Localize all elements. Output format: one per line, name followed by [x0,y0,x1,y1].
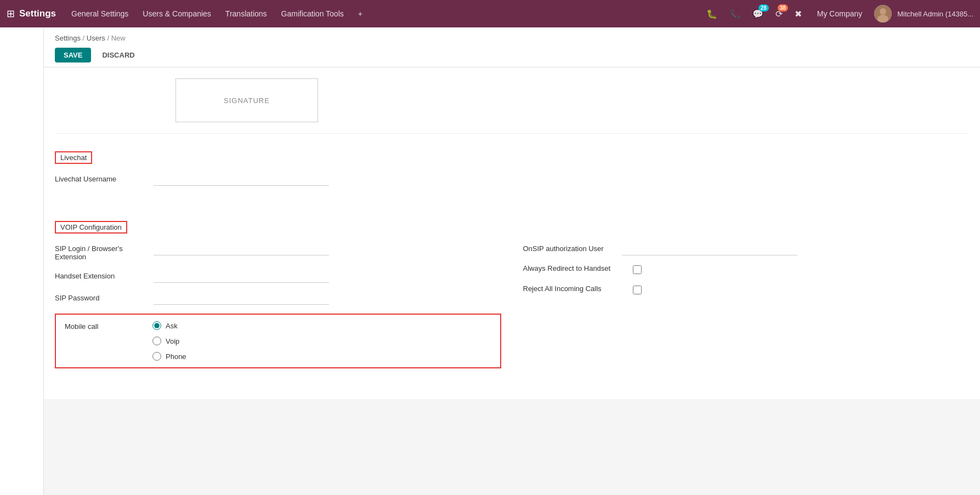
reject-calls-label: Reject All Incoming Calls [523,285,633,293]
nav-right: 🐛 📞 💬 28 ⟳ 38 ✖ My Company Mitchell Admi… [703,5,973,22]
sip-password-row: SIP Password [55,292,501,305]
voip-col-left: SIP Login / Browser's Extension Handset … [55,242,501,368]
handset-row: Handset Extension [55,270,501,283]
nav-menu: General Settings Users & Companies Trans… [65,6,700,21]
always-redirect-row: Always Redirect to Handset [523,264,970,276]
breadcrumb-sep2: / [107,34,111,42]
grid-icon: ⊞ [7,8,15,20]
reject-calls-checkbox[interactable] [633,286,642,294]
form-area: SIGNATURE Livechat Livechat Username VOI… [44,67,980,399]
phone-icon-btn[interactable]: 📞 [726,7,744,21]
radio-phone[interactable]: Phone [152,352,186,361]
always-redirect-label: Always Redirect to Handset [523,264,633,272]
radio-ask[interactable]: Ask [152,321,186,330]
voip-col-right: OnSIP authorization User Always Redirect… [523,242,970,368]
save-button[interactable]: SAVE [55,48,91,62]
livechat-username-label: Livechat Username [55,173,154,183]
clock-icon-btn[interactable]: ⟳ 38 [772,7,786,21]
action-buttons: SAVE DISCARD [55,48,969,62]
signature-section: SIGNATURE [55,67,969,134]
livechat-username-input[interactable] [154,173,329,186]
voip-section: VOIP Configuration SIP Login / Browser's… [55,208,969,377]
breadcrumb-sep1: / [83,34,87,42]
content-area: Settings / Users / New SAVE DISCARD SIGN… [44,27,980,495]
nav-general-settings[interactable]: General Settings [65,6,135,21]
user-name: Mitchell Admin (14385... [897,10,973,18]
mobile-call-label: Mobile call [65,321,152,331]
handset-label: Handset Extension [55,270,154,280]
sip-login-input[interactable] [154,242,329,255]
mobile-call-section: Mobile call Ask Voip [55,314,501,368]
tools-icon-btn[interactable]: ✖ [791,7,805,21]
radio-ask-input[interactable] [152,321,161,330]
page-layout: Settings / Users / New SAVE DISCARD SIGN… [0,27,980,495]
breadcrumb-settings[interactable]: Settings [55,34,81,42]
chat-badge: 28 [758,4,769,12]
avatar[interactable] [874,5,892,22]
nav-translations[interactable]: Translations [219,6,274,21]
avatar-image [874,5,892,22]
sip-password-label: SIP Password [55,292,154,302]
radio-voip-label: Voip [166,337,179,345]
radio-voip-input[interactable] [152,337,161,345]
company-name[interactable]: My Company [811,6,869,21]
livechat-username-input-wrapper [154,173,329,186]
top-navigation: ⊞ Settings General Settings Users & Comp… [0,0,980,27]
sip-password-input[interactable] [154,292,329,305]
sip-login-row: SIP Login / Browser's Extension [55,242,501,261]
livechat-section: Livechat Livechat Username [55,138,969,203]
app-name: Settings [19,8,56,19]
clock-badge: 38 [778,4,788,12]
bug-icon-btn[interactable]: 🐛 [703,7,721,21]
breadcrumb-users[interactable]: Users [87,34,105,42]
breadcrumb-new: New [111,34,126,42]
reject-calls-row: Reject All Incoming Calls [523,285,970,296]
breadcrumb: Settings / Users / New [55,34,969,42]
radio-voip[interactable]: Voip [152,337,186,345]
discard-button[interactable]: DISCARD [95,48,141,62]
mobile-call-radio-group: Ask Voip Phone [152,321,186,361]
sip-password-input-wrapper [154,292,329,305]
radio-phone-label: Phone [166,352,186,361]
voip-grid: SIP Login / Browser's Extension Handset … [55,242,969,368]
reject-calls-input-wrapper [633,285,970,296]
sidebar [0,27,44,495]
radio-ask-label: Ask [166,322,178,330]
always-redirect-checkbox[interactable] [633,265,642,274]
always-redirect-input-wrapper [633,264,970,276]
nav-gamification[interactable]: Gamification Tools [275,6,350,21]
onsip-input-wrapper [622,242,797,255]
radio-phone-input[interactable] [152,352,161,361]
handset-input-wrapper [154,270,329,283]
nav-users-companies[interactable]: Users & Companies [136,6,218,21]
svg-point-1 [880,8,886,15]
livechat-username-row: Livechat Username [55,173,969,186]
nav-plus[interactable]: + [352,6,369,21]
action-bar: Settings / Users / New SAVE DISCARD [44,27,980,67]
signature-label: SIGNATURE [224,96,270,105]
app-logo[interactable]: ⊞ Settings [7,8,56,20]
onsip-row: OnSIP authorization User [523,242,970,255]
signature-label-col [55,78,175,122]
voip-section-header: VOIP Configuration [55,221,127,234]
sip-login-label: SIP Login / Browser's Extension [55,242,154,261]
onsip-input[interactable] [622,242,797,255]
chat-icon-btn[interactable]: 💬 28 [749,7,767,21]
sip-login-input-wrapper [154,242,329,255]
signature-box: SIGNATURE [175,78,318,122]
livechat-section-header: Livechat [55,151,92,164]
onsip-label: OnSIP authorization User [523,242,622,253]
handset-input[interactable] [154,270,329,283]
